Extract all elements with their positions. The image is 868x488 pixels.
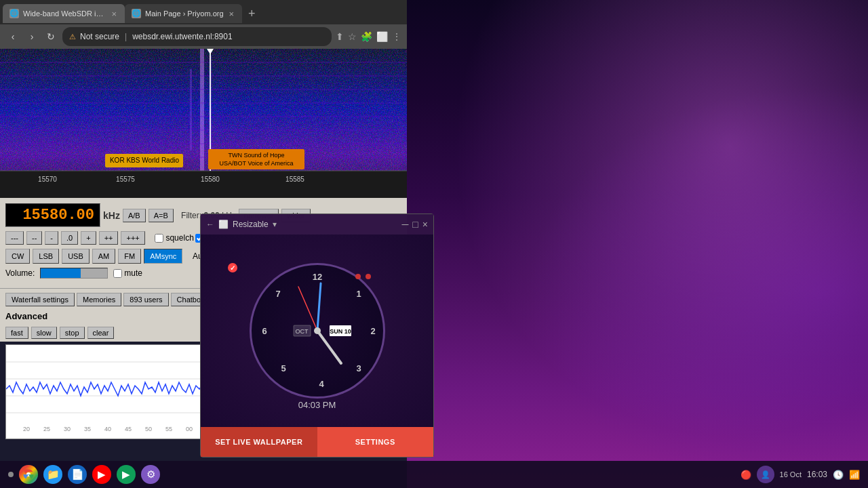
svg-text:6: 6 xyxy=(262,326,267,336)
smeter-stop-btn[interactable]: stop xyxy=(60,327,85,339)
minimize-button[interactable]: ─ xyxy=(401,219,408,230)
svg-text:12: 12 xyxy=(312,272,321,282)
taskbar-files-icon[interactable]: 📁 xyxy=(43,465,62,484)
smeter-clear-btn[interactable]: clear xyxy=(87,327,115,339)
step-inc-btn[interactable]: ++ xyxy=(99,231,119,245)
svg-point-69 xyxy=(366,274,371,279)
extension-icon[interactable]: 🧩 xyxy=(361,31,372,42)
frequency-display[interactable]: 15580.00 xyxy=(5,203,100,227)
step-zero-btn[interactable]: .0 xyxy=(61,231,78,245)
svg-point-67 xyxy=(314,327,321,334)
browser-actions: ⬆ ☆ 🧩 ⬜ ⋮ xyxy=(336,31,401,42)
taskbar-docs-icon[interactable]: 📄 xyxy=(68,465,87,484)
spectrum-waterfall[interactable]: 15570 15575 15580 15585 KOR KBS World Ra… xyxy=(0,49,407,198)
mode-fm[interactable]: FM xyxy=(118,249,141,264)
svg-text:4: 4 xyxy=(319,379,324,389)
svg-text:30: 30 xyxy=(64,426,71,432)
tab-title-1: Wide-band WebSDR in Ensc... xyxy=(23,9,106,18)
step-dec-dec-btn[interactable]: --- xyxy=(5,231,24,245)
forward-button[interactable]: › xyxy=(24,29,39,44)
svg-text:15575: 15575 xyxy=(116,176,135,183)
svg-line-61 xyxy=(317,283,321,331)
back-arrow-icon[interactable]: ← xyxy=(206,220,214,229)
back-button[interactable]: ‹ xyxy=(5,29,20,44)
clock-face: 12 1 2 3 4 5 6 7 SUN 10 OCT xyxy=(250,263,385,399)
close-button[interactable]: × xyxy=(422,219,428,230)
url-separator: | xyxy=(125,32,127,41)
taskbar-launcher-dot[interactable] xyxy=(8,472,14,477)
volume-slider[interactable] xyxy=(40,268,108,279)
aeb-button[interactable]: A=B xyxy=(149,209,174,222)
taskbar-youtube-icon[interactable]: ▶ xyxy=(92,465,111,484)
mute-checkbox-label: mute xyxy=(113,268,142,278)
mute-checkbox[interactable] xyxy=(113,269,122,278)
taskbar-time: 16:03 xyxy=(807,470,827,479)
tab-favicon-2: 🌐 xyxy=(132,9,141,18)
svg-text:USA/BOT Voice of America: USA/BOT Voice of America xyxy=(220,160,294,167)
tab-memories[interactable]: Memories xyxy=(77,293,121,306)
svg-rect-13 xyxy=(0,171,407,198)
maximize-button[interactable]: □ xyxy=(412,219,418,230)
mode-amsync[interactable]: AMsync xyxy=(144,249,182,264)
step-small-dec-btn[interactable]: - xyxy=(45,231,58,245)
volume-label: Volume: xyxy=(5,268,35,278)
svg-text:35: 35 xyxy=(84,426,91,432)
svg-text:15585: 15585 xyxy=(285,176,304,183)
mode-am[interactable]: AM xyxy=(92,249,116,264)
svg-text:00: 00 xyxy=(186,426,193,432)
tab-bar: 🌐 Wide-band WebSDR in Ensc... × 🌐 Main P… xyxy=(0,0,407,24)
clock-time-text: 04:03 PM xyxy=(201,400,433,410)
squelch-checkbox[interactable] xyxy=(155,234,163,243)
tab-close-2[interactable]: × xyxy=(228,9,236,19)
set-live-wallpaper-button[interactable]: SET LIVE WALLPAPER xyxy=(201,427,317,457)
ab-button[interactable]: A/B xyxy=(123,209,146,222)
url-box[interactable]: ⚠ Not secure | websdr.ewi.utwente.nl:890… xyxy=(62,27,332,46)
svg-text:40: 40 xyxy=(104,426,111,432)
dropdown-icon[interactable]: ▾ xyxy=(273,220,277,229)
tab-priyom[interactable]: 🌐 Main Page › Priyom.org × xyxy=(125,4,242,23)
svg-text:55: 55 xyxy=(165,426,172,432)
notification-dot: ✓ xyxy=(228,263,237,272)
step-small-inc-btn[interactable]: + xyxy=(81,231,96,245)
sidebar-icon[interactable]: ⬜ xyxy=(376,31,388,42)
tab-users[interactable]: 893 users xyxy=(123,293,168,306)
svg-text:TWN Sound of Hope: TWN Sound of Hope xyxy=(228,152,284,159)
svg-text:7: 7 xyxy=(275,289,280,299)
step-dec-btn[interactable]: -- xyxy=(26,231,42,245)
tab-close-1[interactable]: × xyxy=(110,9,118,19)
khz-label: kHz xyxy=(103,210,120,221)
taskbar-date: 16 Oct xyxy=(780,470,802,479)
taskbar-chrome-icon[interactable] xyxy=(19,465,38,484)
security-label: Not secure xyxy=(80,32,119,41)
svg-text:25: 25 xyxy=(43,426,50,432)
resize-icon: ⬜ xyxy=(218,220,229,229)
reload-button[interactable]: ↻ xyxy=(43,29,58,44)
clock-window-title: Resizable xyxy=(233,220,269,229)
menu-icon[interactable]: ⋮ xyxy=(392,31,401,42)
smeter-fast-btn[interactable]: fast xyxy=(5,327,28,339)
taskbar-play-icon[interactable]: ▶ xyxy=(117,465,136,484)
bookmark-icon[interactable]: ☆ xyxy=(348,31,357,42)
mode-usb[interactable]: USB xyxy=(62,249,90,264)
svg-rect-3 xyxy=(190,69,192,150)
svg-text:5: 5 xyxy=(281,363,285,373)
smeter-slow-btn[interactable]: slow xyxy=(31,327,57,339)
new-tab-button[interactable]: + xyxy=(242,4,261,23)
tab-websdr[interactable]: 🌐 Wide-band WebSDR in Ensc... × xyxy=(3,4,125,23)
svg-line-62 xyxy=(298,287,317,331)
browser-window: 🌐 Wide-band WebSDR in Ensc... × 🌐 Main P… xyxy=(0,0,407,49)
taskbar: 📁 📄 ▶ ▶ ⚙ 🔴 👤 16 Oct 16:03 🕓 📶 xyxy=(0,461,868,488)
address-bar: ‹ › ↻ ⚠ Not secure | websdr.ewi.utwente.… xyxy=(0,24,407,49)
wallpaper xyxy=(407,0,868,488)
mode-cw[interactable]: CW xyxy=(5,249,30,264)
taskbar-status-icon: 🔴 xyxy=(741,470,751,480)
share-icon[interactable]: ⬆ xyxy=(336,31,344,42)
svg-text:20: 20 xyxy=(23,426,30,432)
settings-button[interactable]: SETTINGS xyxy=(317,427,434,457)
svg-text:OCT: OCT xyxy=(295,328,309,335)
taskbar-settings-icon[interactable]: ⚙ xyxy=(141,465,160,484)
step-inc-inc-btn[interactable]: +++ xyxy=(121,231,144,245)
tab-waterfall-settings[interactable]: Waterfall settings xyxy=(5,293,75,306)
taskbar-avatar[interactable]: 👤 xyxy=(757,466,774,483)
mode-lsb[interactable]: LSB xyxy=(33,249,59,264)
